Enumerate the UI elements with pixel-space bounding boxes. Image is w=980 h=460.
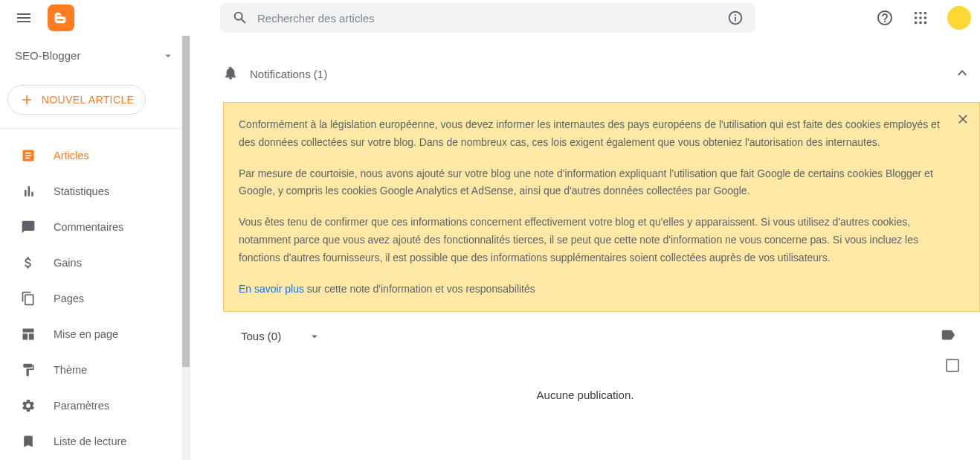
svg-point-0 [915, 12, 918, 15]
sidebar-item-label: Commentaires [54, 221, 123, 233]
chevron-up-icon [953, 64, 971, 84]
info-icon[interactable] [727, 10, 744, 26]
sidebar-item-label: Pages [54, 293, 84, 304]
help-icon [876, 9, 894, 27]
search-input[interactable] [257, 12, 727, 25]
svg-point-1 [919, 12, 922, 15]
chevron-down-icon [308, 330, 321, 343]
sidebar-item-label: Mise en page [54, 328, 118, 340]
plus-icon [19, 92, 34, 107]
notification-banner: Conformément à la législation européenne… [223, 102, 980, 312]
sidebar-item-theme[interactable]: Thème [0, 352, 190, 388]
svg-point-2 [924, 12, 927, 15]
svg-point-7 [919, 22, 922, 25]
notification-paragraph-4: En savoir plus sur cette note d'informat… [239, 281, 952, 298]
sidebar-item-label: Gains [54, 257, 82, 269]
sidebar-scrollbar[interactable] [182, 36, 190, 460]
hamburger-icon [15, 9, 33, 27]
notifications-title: Notifications (1) [250, 68, 953, 80]
stats-icon [21, 184, 36, 199]
svg-point-3 [915, 16, 918, 19]
search-bar[interactable] [220, 3, 755, 33]
learn-more-link[interactable]: En savoir plus [239, 283, 304, 295]
layout-icon [21, 327, 36, 342]
close-icon [955, 112, 970, 127]
blog-selector[interactable]: SEO-Blogger [0, 36, 190, 76]
comment-icon [21, 220, 36, 234]
label-button[interactable] [940, 327, 956, 345]
link-suffix: sur cette note d'information et vos resp… [304, 283, 535, 295]
sidebar-item-label: Statistiques [54, 185, 109, 197]
label-icon [940, 327, 956, 343]
blogger-logo[interactable] [48, 4, 74, 31]
dollar-icon [21, 255, 36, 270]
sidebar-item-label: Articles [54, 150, 89, 162]
sidebar-item-bookmark[interactable]: Liste de lecture [0, 424, 190, 459]
filter-dropdown[interactable]: Tous (0) [241, 330, 321, 343]
bookmark-icon [21, 434, 36, 449]
theme-icon [21, 362, 36, 377]
apps-button[interactable] [906, 3, 935, 33]
search-icon [232, 10, 248, 26]
sidebar-item-dollar[interactable]: Gains [0, 245, 190, 281]
sidebar-item-doc[interactable]: Articles [0, 138, 190, 173]
notifications-header[interactable]: Notifications (1) [190, 58, 980, 90]
sidebar-item-label: Thème [54, 364, 87, 376]
notification-paragraph-3: Vous êtes tenu de confirmer que ces info… [239, 214, 952, 266]
svg-point-8 [924, 22, 927, 25]
notification-paragraph-1: Conformément à la législation européenne… [239, 116, 952, 152]
sidebar-item-pages[interactable]: Pages [0, 281, 190, 316]
svg-point-4 [919, 16, 922, 19]
sidebar-item-stats[interactable]: Statistiques [0, 173, 190, 209]
notification-paragraph-2: Par mesure de courtoisie, nous avons ajo… [239, 165, 952, 201]
menu-button[interactable] [6, 0, 42, 36]
sidebar-item-comment[interactable]: Commentaires [0, 209, 190, 245]
apps-icon [912, 10, 929, 26]
sidebar-item-settings[interactable]: Paramètres [0, 388, 190, 424]
select-all-checkbox[interactable] [946, 359, 959, 372]
svg-point-6 [915, 22, 918, 25]
close-notification-button[interactable] [955, 112, 970, 132]
doc-icon [21, 148, 36, 163]
chevron-down-icon [161, 49, 175, 63]
blog-name-label: SEO-Blogger [15, 49, 161, 62]
sidebar-item-label: Liste de lecture [54, 435, 126, 447]
new-post-label: NOUVEL ARTICLE [42, 94, 135, 106]
blogger-logo-icon [53, 10, 69, 26]
filter-label: Tous (0) [241, 330, 281, 342]
empty-state-message: Aucune publication. [190, 381, 980, 409]
new-post-button[interactable]: NOUVEL ARTICLE [7, 85, 146, 115]
sidebar-item-layout[interactable]: Mise en page [0, 316, 190, 352]
help-button[interactable] [870, 3, 900, 33]
pages-icon [21, 291, 36, 306]
sidebar-item-label: Paramètres [54, 400, 109, 412]
user-avatar[interactable] [947, 6, 971, 30]
svg-point-5 [924, 16, 927, 19]
settings-icon [21, 398, 36, 413]
bell-icon [223, 66, 238, 83]
